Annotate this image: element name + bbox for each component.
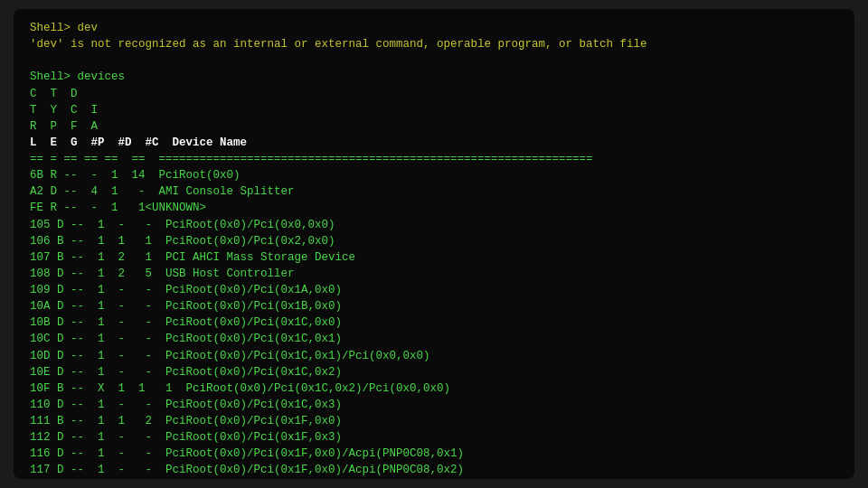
terminal-line-17: 109 D -- 1 - - PciRoot(0x0)/Pci(0x1A,0x0… — [30, 282, 838, 298]
terminal-line-20: 10C D -- 1 - - PciRoot(0x0)/Pci(0x1C,0x1… — [30, 331, 838, 347]
terminal-line-25: 111 B -- 1 1 2 PciRoot(0x0)/Pci(0x1F,0x0… — [30, 413, 838, 429]
terminal-line-15: 107 B -- 1 2 1 PCI AHCI Mass Storage Dev… — [30, 249, 838, 266]
terminal-line-5: C T D — [30, 86, 838, 102]
terminal-line-13: 105 D -- 1 - - PciRoot(0x0)/Pci(0x0,0x0) — [30, 217, 838, 233]
terminal-line-14: 106 B -- 1 1 1 PciRoot(0x0)/Pci(0x2,0x0) — [30, 233, 838, 249]
terminal-line-24: 110 D -- 1 - - PciRoot(0x0)/Pci(0x1C,0x3… — [30, 397, 838, 413]
terminal-line-1: Shell> dev — [30, 20, 838, 36]
terminal-line-18: 10A D -- 1 - - PciRoot(0x0)/Pci(0x1B,0x0… — [30, 298, 838, 314]
terminal-line-3 — [30, 52, 838, 69]
terminal-line-23: 10F B -- X 1 1 1 PciRoot(0x0)/Pci(0x1C,0… — [30, 380, 838, 397]
terminal-line-9: == = == == == == =======================… — [30, 151, 838, 167]
terminal-line-29: 118 D -- X 1 - 1 - TS64GSSD370S — [30, 479, 838, 480]
terminal-line-8: L E G #P #D #C Device Name — [30, 135, 838, 151]
terminal-line-2: 'dev' is not recognized as an internal o… — [30, 36, 838, 52]
terminal-line-7: R P F A — [30, 118, 838, 135]
terminal-wrapper: Shell> dev 'dev' is not recognized as an… — [0, 0, 868, 488]
terminal-line-22: 10E D -- 1 - - PciRoot(0x0)/Pci(0x1C,0x2… — [30, 364, 838, 380]
terminal-line-21: 10D D -- 1 - - PciRoot(0x0)/Pci(0x1C,0x1… — [30, 348, 838, 364]
terminal-line-19: 10B D -- 1 - - PciRoot(0x0)/Pci(0x1C,0x0… — [30, 314, 838, 331]
terminal-line-28: 117 D -- 1 - - PciRoot(0x0)/Pci(0x1F,0x0… — [30, 462, 838, 478]
terminal-line-27: 116 D -- 1 - - PciRoot(0x0)/Pci(0x1F,0x0… — [30, 446, 838, 462]
terminal-line-4: Shell> devices — [30, 69, 838, 85]
terminal-screen[interactable]: Shell> dev 'dev' is not recognized as an… — [14, 9, 854, 479]
terminal-line-11: A2 D -- 4 1 - AMI Console Splitter — [30, 183, 838, 200]
terminal-line-6: T Y C I — [30, 102, 838, 118]
terminal-line-26: 112 D -- 1 - - PciRoot(0x0)/Pci(0x1F,0x3… — [30, 429, 838, 446]
terminal-line-12: FE R -- - 1 1<UNKNOWN> — [30, 200, 838, 216]
terminal-line-10: 6B R -- - 1 14 PciRoot(0x0) — [30, 167, 838, 183]
terminal-line-16: 108 D -- 1 2 5 USB Host Controller — [30, 266, 838, 282]
